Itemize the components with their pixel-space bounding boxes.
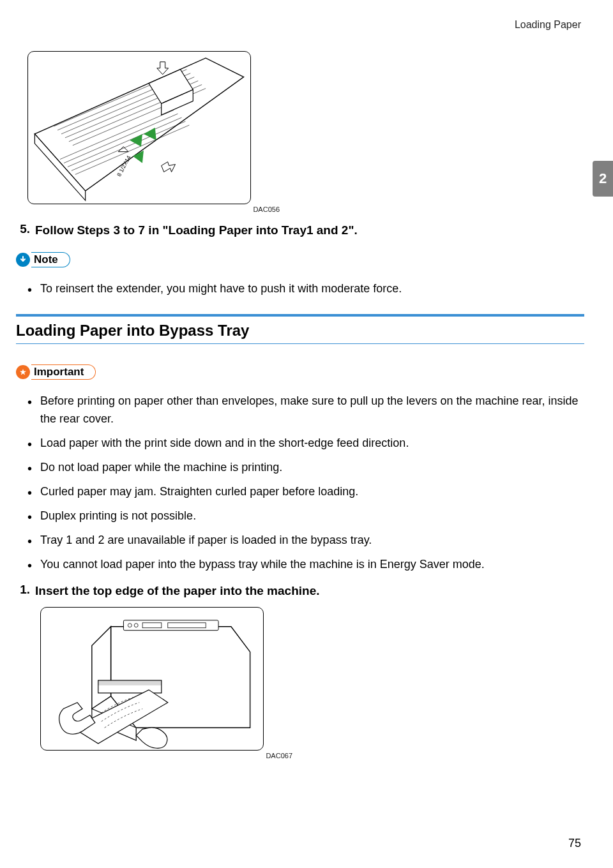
printer-bypass-illustration bbox=[41, 608, 263, 750]
important-list: Before printing on paper other than enve… bbox=[16, 393, 584, 573]
step-number: 5. bbox=[16, 222, 35, 239]
figure-caption: DAC067 bbox=[40, 752, 292, 760]
figure-frame: 8 1/2X14 bbox=[27, 51, 251, 204]
list-item: Tray 1 and 2 are unavailable if paper is… bbox=[27, 532, 584, 550]
figure-bypass-insert: DAC067 bbox=[40, 607, 270, 760]
figure-tray-guides: 8 1/2X14 DAC056 bbox=[27, 51, 257, 213]
direction-arrow-icon bbox=[162, 162, 176, 172]
list-item: Load paper with the print side down and … bbox=[27, 435, 584, 453]
note-icon bbox=[16, 253, 30, 267]
page-number: 75 bbox=[568, 837, 581, 850]
down-arrow-icon bbox=[157, 62, 169, 75]
running-header: Loading Paper bbox=[515, 19, 581, 31]
step-number: 1. bbox=[16, 583, 35, 600]
hand-right-icon bbox=[136, 728, 167, 748]
list-item: To reinsert the extender, you might have… bbox=[27, 280, 584, 298]
important-icon bbox=[16, 365, 30, 379]
list-item: Do not load paper while the machine is p… bbox=[27, 459, 584, 477]
chapter-tab: 2 bbox=[593, 161, 613, 197]
list-item: Duplex printing is not possible. bbox=[27, 507, 584, 525]
note-list: To reinsert the extender, you might have… bbox=[16, 280, 584, 298]
list-item: You cannot load paper into the bypass tr… bbox=[27, 556, 584, 574]
svg-marker-21 bbox=[92, 627, 111, 709]
important-label: Important bbox=[31, 364, 96, 380]
section-heading-wrap: Loading Paper into Bypass Tray bbox=[16, 314, 584, 344]
section-heading: Loading Paper into Bypass Tray bbox=[16, 317, 584, 344]
important-callout: Important bbox=[16, 363, 96, 381]
step-text: Follow Steps 3 to 7 in "Loading Paper in… bbox=[35, 222, 358, 239]
step-text: Insert the top edge of the paper into th… bbox=[35, 583, 320, 600]
note-callout: Note bbox=[16, 251, 70, 269]
list-item: Curled paper may jam. Straighten curled … bbox=[27, 483, 584, 501]
note-label: Note bbox=[31, 252, 70, 267]
step-5: 5. Follow Steps 3 to 7 in "Loading Paper… bbox=[16, 222, 584, 239]
svg-rect-29 bbox=[98, 680, 162, 685]
bypass-step-1: 1. Insert the top edge of the paper into… bbox=[16, 583, 584, 600]
figure-frame bbox=[40, 607, 264, 751]
svg-rect-23 bbox=[123, 620, 218, 631]
list-item: Before printing on paper other than enve… bbox=[27, 393, 584, 428]
printer-tray-illustration: 8 1/2X14 bbox=[28, 52, 250, 204]
page-content: 8 1/2X14 DAC056 5. Follow Steps 3 to 7 i… bbox=[16, 51, 584, 760]
figure-caption: DAC056 bbox=[27, 206, 280, 213]
